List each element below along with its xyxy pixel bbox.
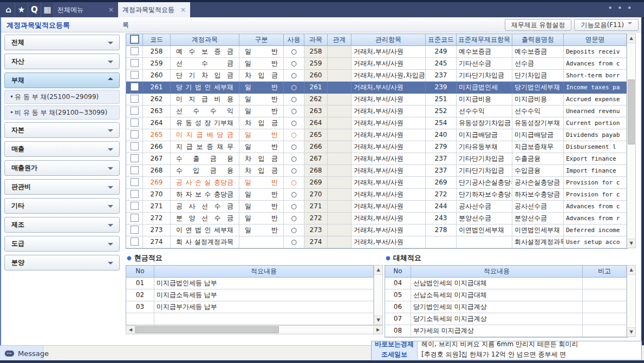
row-checkbox[interactable]	[131, 47, 139, 55]
news-row[interactable]: 조세일보 [추경호 의원]집 한채가 12억 안 넘으면 종부세 면	[372, 350, 641, 360]
calendar-icon[interactable]: ▦	[41, 2, 54, 17]
row-checkbox[interactable]	[131, 214, 139, 222]
page-title: 계정과목및적요등록	[6, 21, 70, 30]
table-row[interactable]: 258예 수 보 증 금일 반○258거래처,부서/사원249예수보증금예수보증…	[126, 46, 627, 58]
scroll-down-icon[interactable]: ▼	[627, 327, 635, 336]
grid-vertical-scrollbar[interactable]: ▲ ▼	[627, 34, 636, 248]
table-row[interactable]: 273이 연 법 인 세부채일 반○273거래처,부서/사원278이연법인세부채…	[126, 225, 627, 236]
star-icon[interactable]: ★	[15, 2, 28, 17]
sidebar-item-contracting[interactable]: 도급	[4, 236, 120, 252]
sidebar-item-capital[interactable]: 자본	[4, 122, 120, 138]
list-item[interactable]	[126, 313, 374, 325]
row-checkbox[interactable]	[131, 107, 139, 115]
tab-full-menu[interactable]: × 전체메뉴	[53, 2, 118, 17]
cell: ○	[284, 117, 304, 129]
row-checkbox[interactable]	[131, 71, 139, 79]
cell	[328, 70, 352, 82]
row-checkbox[interactable]	[131, 83, 139, 91]
list-item[interactable]: 01미지급법인세등 납부	[126, 278, 374, 289]
table-row[interactable]: 272분 양 선 수 금일 반○272거래처,부서/사원243분양선수금분양선수…	[126, 213, 627, 225]
tab-label: 전체메뉴	[57, 6, 83, 14]
list-item[interactable]: 06당기법인세의 미지급계상	[385, 301, 627, 313]
sidebar-subitem-current-liabilities[interactable]: •유 동 부 채(25100~29099)	[4, 90, 120, 104]
table-row[interactable]: 259선 수 금일 반○259거래처,부서/사원245기타선수금선수금Advan…	[126, 58, 627, 70]
list-item[interactable]: 04선납법인세의 미지급대체	[385, 278, 627, 289]
sidebar-item-cost-of-sales[interactable]: 매출원가	[4, 160, 120, 176]
scroll-left-icon[interactable]: ◀	[126, 326, 135, 334]
scroll-up-icon[interactable]: ▲	[627, 34, 635, 43]
sidebar-item-label: 자산	[11, 57, 24, 65]
table-row[interactable]: 270하 자 보 수 충당금일 반○270거래처,부서/사원272단기하자보수충…	[126, 189, 627, 201]
scroll-up-icon[interactable]: ▲	[627, 266, 635, 275]
sidebar-item-liabilities[interactable]: 부채	[4, 72, 120, 88]
sidebar-item-sales[interactable]: 매출	[4, 141, 120, 157]
cell: 하 자 보 수 충당금	[171, 189, 239, 201]
home-icon[interactable]: ⌂	[2, 2, 15, 17]
scroll-down-icon[interactable]: ▼	[627, 239, 635, 248]
table-row[interactable]: 274회 사 설정계정과목○274거래처,부서/사원회사설정계정과목User s…	[126, 236, 627, 248]
row-checkbox[interactable]	[131, 178, 139, 186]
list-item[interactable]: 03미지급부가세등 납부	[126, 301, 374, 313]
table-row[interactable]: 262미 지 급 비 용일 반○262거래처,부서/사원251미지급비용미지급비…	[126, 94, 627, 105]
message-panel[interactable]: Message	[0, 346, 43, 361]
sidebar-item-all[interactable]: 전체	[4, 35, 120, 50]
row-checkbox[interactable]	[131, 118, 139, 127]
cell: 예수보증금	[457, 46, 512, 58]
scrollbar-thumb[interactable]	[628, 80, 635, 144]
row-checkbox[interactable]	[131, 59, 139, 67]
scroll-right-icon[interactable]: ▶	[373, 326, 382, 334]
cell: 일 반	[239, 201, 284, 213]
row-checkbox[interactable]	[131, 190, 139, 198]
overflow-menu-icon[interactable]: • • •	[608, 4, 633, 12]
sidebar-item-manufacturing[interactable]: 제조	[4, 217, 120, 233]
row-checkbox[interactable]	[131, 237, 139, 246]
function-menu-button[interactable]: 기능모음(F11)	[574, 19, 639, 31]
row-checkbox[interactable]	[131, 202, 139, 210]
chevron-down-icon	[108, 243, 113, 246]
close-icon[interactable]: ×	[108, 2, 114, 17]
list-item[interactable]: 05선납소득세의 미지급대체	[385, 289, 627, 301]
fs-type-setting-button[interactable]: 재무제표 유형설정	[505, 19, 572, 31]
cash-brief-vscrollbar[interactable]: ▲ ▼	[374, 265, 383, 325]
table-row[interactable]: 263선 수 수 익일 반○263거래처,부서/사원252선수수익선수수익Une…	[126, 105, 627, 117]
table-row[interactable]: 264유 동 성 장 기부채차 입 금○264거래처,부서/사원254유동성장기…	[126, 117, 627, 129]
row-checkbox[interactable]	[131, 154, 139, 162]
close-icon[interactable]: ×	[180, 2, 186, 17]
table-row[interactable]: 268수 입 금 융차 입 금○268거래처,부서/사원237기타단기차입금수입…	[126, 165, 627, 177]
cell: 일 반	[239, 105, 284, 117]
sidebar-item-assets[interactable]: 자산	[4, 54, 120, 69]
sidebar-item-others[interactable]: 기타	[4, 198, 120, 214]
table-row[interactable]: 269공 사 손 실 충당금일 반○269거래처,부서/사원269단기공사손실충…	[126, 177, 627, 189]
table-row[interactable]: 260단 기 차 입 금차 입 금○260거래처,부서/사원,차입금237기타단…	[126, 70, 627, 82]
scrollbar-thumb[interactable]	[135, 326, 279, 333]
table-row[interactable]: 261당 기 법 인 세부채일 반○261거래처,부서/사원239미지급법인세당…	[126, 82, 627, 94]
cell: 미지급배당금	[512, 129, 564, 141]
row-checkbox[interactable]	[131, 166, 139, 174]
row-checkbox[interactable]	[131, 226, 139, 234]
row-checkbox[interactable]	[131, 130, 139, 138]
cash-brief-hscrollbar[interactable]: ◀ ▶	[126, 325, 383, 334]
list-item[interactable]: 02미지급소득세등 납부	[126, 289, 374, 301]
sidebar-subitem-noncurrent-liabilities[interactable]: •비 유 동 부 채(29100~33099)	[4, 105, 120, 120]
transfer-brief-vscrollbar[interactable]: ▲ ▼	[627, 265, 636, 337]
sidebar-item-presale[interactable]: 분양	[4, 255, 120, 270]
row-checkbox[interactable]	[131, 142, 139, 150]
row-checkbox[interactable]	[131, 95, 139, 103]
table-row[interactable]: 266지 급 보 증 채 무일 반○266거래처,부서/사원279기타유동부채지…	[126, 141, 627, 153]
scroll-down-icon[interactable]: ▼	[374, 315, 382, 325]
cell	[328, 165, 352, 177]
table-row[interactable]: 267수 출 금 융차 입 금○267거래처,부서/사원237기타단기차입금수출…	[126, 153, 627, 165]
table-row[interactable]: 271공 사 선 수 금일 반○271거래처,부서/사원244공사선수금공사선수…	[126, 201, 627, 213]
chevron-down-icon	[108, 42, 113, 44]
sidebar-item-sga[interactable]: 판관비	[4, 179, 120, 195]
search-icon[interactable]: Q	[28, 2, 41, 17]
tab-account-registration[interactable]: × 계정과목및적요등록	[118, 2, 190, 17]
news-row[interactable]: 바로보는경제 헤이, 브리지 비켜요 지름 6mm 만리지 테믄든 회미리	[372, 341, 641, 350]
scroll-up-icon[interactable]: ▲	[374, 266, 382, 275]
list-item[interactable]: 08부가세의 미지급계상	[385, 325, 627, 337]
select-all-checkbox[interactable]	[130, 35, 139, 44]
cell: 단기하자보수충당부채	[457, 189, 512, 201]
news-source: 조세일보	[372, 350, 418, 360]
table-row[interactable]: 265미 지 급 배 당 금일 반○265거래처,부서/사원240미지급배당금미…	[126, 129, 627, 141]
list-item[interactable]: 07당기소득세의 미지급계상	[385, 313, 627, 325]
